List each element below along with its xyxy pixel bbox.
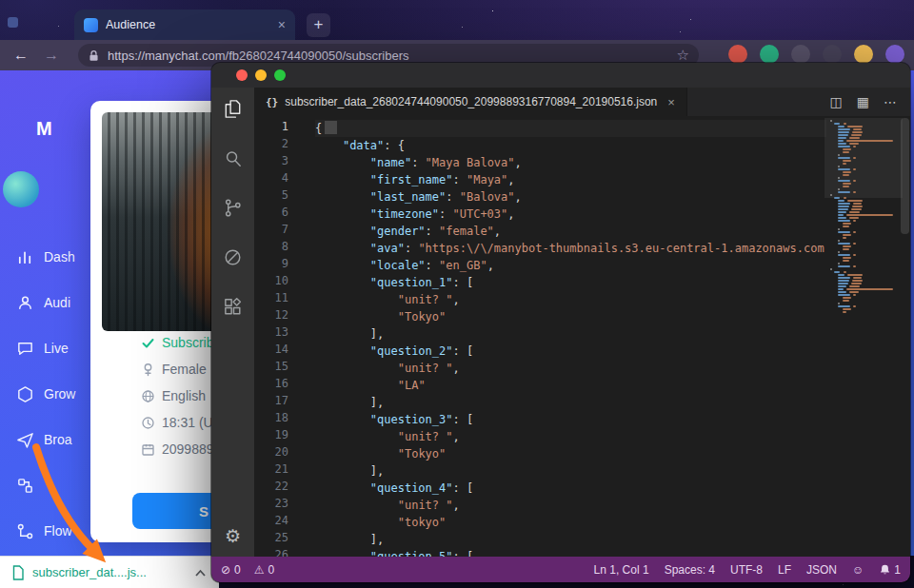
tab-favicon-icon [84, 18, 98, 32]
url-text: https://manychat.com/fb268024744090050/s… [108, 49, 409, 63]
zoom-traffic-light[interactable] [274, 69, 286, 81]
tab-close-icon[interactable]: × [278, 18, 286, 31]
code-editor[interactable]: 1234567891011121314151617181920212223242… [254, 116, 910, 557]
warnings-indicator[interactable]: ⚠ 0 [254, 563, 274, 577]
vscode-tab-bar: {} subscriber_data_268024744090050_20998… [254, 88, 910, 116]
language-mode[interactable]: JSON [806, 563, 837, 577]
cursor-position[interactable]: Ln 1, Col 1 [594, 563, 649, 577]
code-line: "name": "Maya Balova", [315, 154, 826, 171]
editor-tab[interactable]: {} subscriber_data_268024744090050_20998… [254, 88, 687, 116]
code-line: "question_4": [ [315, 480, 826, 497]
sidebar-item-dash[interactable]: Dash [0, 234, 91, 280]
error-icon: ⊘ [221, 563, 230, 577]
line-number: 26 [254, 548, 302, 557]
minimize-traffic-light[interactable] [255, 69, 267, 81]
sidebar-item-grow[interactable]: Grow [0, 371, 91, 417]
code-line: "question_1": [ [315, 274, 826, 291]
browser-profile-avatar[interactable] [885, 45, 904, 64]
source-control-icon[interactable] [222, 197, 244, 223]
line-number: 20 [254, 445, 302, 462]
eol-setting[interactable]: LF [778, 563, 791, 577]
code-line: "data": { [315, 137, 826, 154]
sidebar-item-audi[interactable]: Audi [0, 280, 91, 325]
line-number: 4 [254, 171, 302, 188]
browser-tab-strip: Audience × + [0, 10, 914, 40]
profile-detail-text: Subscrib [162, 335, 213, 350]
profile-detail-text: Female [162, 362, 207, 377]
subscriber-id-icon [141, 442, 155, 457]
line-number: 7 [254, 223, 302, 240]
line-number: 22 [254, 480, 302, 497]
sidebar-item-live[interactable]: Live [0, 325, 91, 371]
code-line: ], [315, 325, 826, 343]
toggle-layout-icon[interactable]: ▦ [857, 94, 869, 109]
close-traffic-light[interactable] [236, 69, 248, 81]
line-number: 23 [254, 497, 302, 514]
extension-icon-slate[interactable] [791, 45, 810, 64]
code-line: "ava": "https:\/\/manybot-thumbnails.s3.… [315, 240, 826, 257]
line-number: 8 [254, 240, 302, 257]
code-line: { [315, 120, 826, 137]
extension-icon-green[interactable] [760, 45, 779, 64]
sidebar-item-broa[interactable]: Broa [0, 417, 91, 462]
code-line: "last_name": "Balova", [315, 188, 826, 206]
explorer-icon[interactable] [222, 98, 244, 124]
code-content[interactable]: { "data": { "name": "Maya Balova", "firs… [315, 120, 826, 557]
audience-icon [16, 294, 34, 312]
extension-icon-amber[interactable] [854, 45, 873, 64]
debug-blocked-icon[interactable] [222, 246, 244, 272]
dashboard-icon [16, 248, 34, 266]
line-number: 24 [254, 514, 302, 531]
profile-detail-text: 2099889 [162, 441, 214, 457]
split-editor-icon[interactable]: ◫ [830, 94, 843, 109]
editor-scrollbar[interactable] [901, 118, 909, 234]
extension-icon-red[interactable] [728, 45, 747, 64]
window-corner-icon [8, 17, 18, 28]
extensions-icon[interactable] [222, 296, 244, 322]
feedback-smiley-icon[interactable]: ☺ [852, 563, 864, 577]
settings-gear-icon[interactable]: ⚙ [225, 525, 241, 547]
manychat-logo: M [36, 118, 52, 140]
editor-tab-close-icon[interactable]: × [667, 95, 675, 109]
line-number: 1 [254, 120, 302, 137]
notifications-bell[interactable]: 1 [879, 563, 901, 577]
back-button[interactable]: ← [10, 45, 32, 66]
line-number: 25 [254, 531, 302, 548]
forward-button[interactable]: → [40, 45, 63, 66]
line-number: 6 [254, 206, 302, 223]
extension-icons [728, 45, 904, 64]
encoding-setting[interactable]: UTF-8 [730, 563, 763, 577]
code-line: ], [315, 394, 826, 411]
downloads-expand-chevron-icon[interactable] [193, 567, 208, 578]
bot-avatar[interactable] [3, 171, 39, 207]
code-line: "unit? ", [315, 497, 826, 514]
bell-icon [879, 563, 891, 577]
code-line: ], [315, 531, 826, 548]
code-line: "locale": "en_GB", [315, 257, 826, 274]
tab-title: Audience [106, 18, 270, 31]
new-tab-button[interactable]: + [307, 13, 330, 37]
vscode-titlebar[interactable] [211, 63, 910, 88]
indentation-setting[interactable]: Spaces: 4 [665, 563, 715, 577]
code-line: "question_3": [ [315, 411, 826, 428]
extension-icon-dark[interactable] [823, 45, 842, 64]
more-actions-icon[interactable]: ⋯ [884, 94, 897, 109]
bookmark-star-icon[interactable]: ☆ [677, 47, 689, 64]
code-line: "question_5": [ [315, 548, 826, 557]
vscode-activity-bar: ⚙ [211, 88, 254, 557]
sidebar-item-label: Flow [44, 523, 72, 539]
search-icon[interactable] [222, 147, 244, 173]
download-item[interactable]: subscriber_dat....js... [32, 565, 147, 579]
gender-icon [141, 363, 155, 377]
code-line: "timezone": "UTC+03", [315, 206, 826, 223]
profile-detail-text: 18:31 (U [162, 415, 213, 430]
code-line: "first_name": "Maya", [315, 171, 826, 188]
browser-tab-audience[interactable]: Audience × [74, 10, 295, 40]
editor-actions: ◫ ▦ ⋯ [830, 88, 910, 116]
errors-indicator[interactable]: ⊘ 0 [221, 563, 241, 577]
code-line: "gender": "female", [315, 223, 826, 240]
sidebar-item-flow[interactable]: Flow [0, 508, 91, 554]
sidebar-item-item6[interactable] [0, 462, 91, 508]
sidebar-item-label: Dash [44, 249, 75, 265]
line-number: 13 [254, 325, 302, 343]
